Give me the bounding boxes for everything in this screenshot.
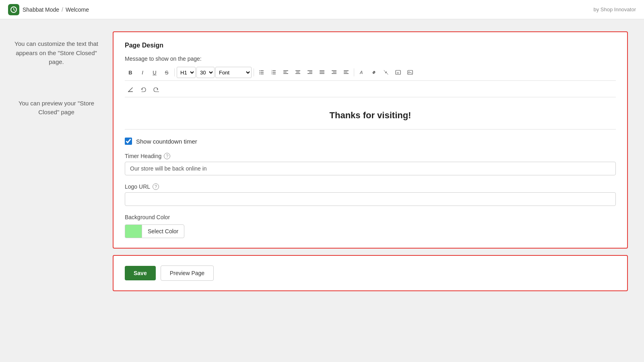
instruction-block-1: You can customize the text that appears …	[12, 39, 101, 67]
logo-url-label: Logo URL ?	[125, 183, 616, 190]
breadcrumb: Shabbat Mode / Welcome	[23, 6, 89, 13]
svg-rect-24	[320, 73, 324, 74]
svg-rect-13	[283, 70, 288, 71]
timer-heading-help-icon[interactable]: ?	[164, 153, 170, 159]
countdown-checkbox[interactable]	[125, 138, 132, 145]
action-panel: Save Preview Page	[113, 255, 628, 291]
justify-button[interactable]	[316, 67, 328, 78]
svg-text:⊞: ⊞	[397, 72, 399, 74]
svg-rect-37	[128, 91, 133, 92]
image-button[interactable]	[405, 67, 416, 78]
timer-heading-group: Timer Heading ?	[125, 153, 616, 175]
content-area: Page Design Message to show on the page:…	[113, 31, 644, 350]
logo-url-group: Logo URL ?	[125, 183, 616, 206]
select-color-button[interactable]: Select Color	[142, 224, 184, 238]
svg-rect-15	[283, 73, 288, 74]
main-layout: You can customize the text that appears …	[0, 19, 644, 362]
toolbar-divider-2	[254, 68, 254, 76]
svg-point-36	[409, 72, 410, 72]
breadcrumb-page: Welcome	[66, 6, 89, 13]
editor-area[interactable]: Thanks for visiting!	[125, 101, 616, 130]
svg-rect-29	[344, 72, 347, 73]
svg-rect-20	[309, 72, 312, 73]
message-label: Message to show on the page:	[125, 56, 616, 62]
svg-rect-8	[272, 72, 276, 73]
svg-rect-3	[260, 74, 264, 74]
text-color-button[interactable]: A	[356, 67, 367, 78]
svg-rect-18	[295, 73, 300, 74]
breadcrumb-separator: /	[62, 6, 63, 13]
countdown-checkbox-row: Show countdown timer	[125, 138, 616, 145]
svg-point-4	[259, 70, 260, 71]
svg-rect-30	[344, 73, 349, 74]
align-right-button[interactable]	[304, 67, 316, 78]
svg-rect-14	[283, 72, 287, 73]
breadcrumb-app[interactable]: Shabbat Mode	[23, 6, 59, 13]
preview-page-button[interactable]: Preview Page	[161, 265, 214, 281]
toolbar-divider-1	[174, 68, 175, 76]
font-select[interactable]: Font Arial Georgia Helvetica	[215, 67, 252, 78]
svg-text:A: A	[359, 70, 363, 75]
unlink-button[interactable]	[380, 67, 392, 78]
heading-select[interactable]: H1 H2 H3 P	[177, 67, 196, 78]
app-logo-icon	[8, 4, 19, 15]
color-swatch[interactable]	[125, 224, 142, 238]
color-btn-row: Select Color	[125, 224, 616, 238]
outdent-button[interactable]	[341, 67, 352, 78]
embed-button[interactable]: ⊞	[392, 67, 404, 78]
toolbar-row-1: B I U S H1 H2 H3 P 30 12 14 18 24 36	[125, 64, 616, 81]
svg-rect-19	[308, 70, 312, 71]
editor-content: Thanks for visiting!	[330, 110, 411, 121]
fontsize-select[interactable]: 30 12 14 18 24 36	[196, 67, 215, 78]
save-button[interactable]: Save	[125, 266, 156, 280]
unordered-list-button[interactable]	[256, 67, 267, 78]
logo-url-help-icon[interactable]: ?	[153, 183, 159, 190]
link-button[interactable]	[368, 67, 380, 78]
svg-rect-16	[295, 70, 300, 71]
toolbar-divider-3	[354, 68, 354, 76]
bg-color-label: Background Color	[125, 214, 616, 220]
background-color-section: Background Color Select Color	[125, 214, 616, 238]
panel-title: Page Design	[125, 42, 616, 49]
svg-rect-1	[260, 70, 264, 71]
redo-button[interactable]	[151, 84, 162, 95]
svg-rect-17	[296, 72, 299, 73]
svg-rect-21	[308, 73, 312, 74]
svg-line-32	[384, 70, 388, 74]
svg-rect-9	[272, 74, 276, 74]
svg-text:3: 3	[271, 73, 272, 75]
countdown-label: Show countdown timer	[136, 138, 197, 145]
instruction-block-2: You can preview your "Store Closed" page	[12, 99, 101, 117]
svg-rect-2	[260, 72, 264, 73]
svg-point-5	[259, 72, 260, 73]
svg-rect-7	[272, 70, 276, 71]
toolbar-row-2	[125, 82, 616, 97]
underline-button[interactable]: U	[149, 67, 160, 78]
italic-button[interactable]: I	[137, 67, 148, 78]
svg-rect-25	[332, 70, 336, 71]
undo-button[interactable]	[138, 84, 149, 95]
clear-format-button[interactable]	[125, 84, 136, 95]
indent-button[interactable]	[328, 67, 340, 78]
timer-heading-input[interactable]	[125, 162, 616, 175]
header-byline: by Shop Innovator	[593, 6, 636, 12]
logo-url-input[interactable]	[125, 192, 616, 206]
svg-rect-22	[320, 70, 324, 71]
svg-rect-28	[344, 70, 349, 71]
svg-rect-27	[332, 73, 336, 74]
bold-button[interactable]: B	[125, 67, 136, 78]
svg-point-6	[259, 74, 260, 74]
align-left-button[interactable]	[280, 67, 291, 78]
left-instructions: You can customize the text that appears …	[0, 31, 113, 350]
align-center-button[interactable]	[292, 67, 303, 78]
page-design-panel: Page Design Message to show on the page:…	[113, 31, 628, 249]
strikethrough-button[interactable]: S	[161, 67, 172, 78]
app-header: Shabbat Mode / Welcome by Shop Innovator	[0, 0, 644, 19]
svg-rect-23	[320, 72, 324, 73]
ordered-list-button[interactable]: 123	[268, 67, 279, 78]
svg-rect-26	[333, 72, 336, 73]
timer-heading-label: Timer Heading ?	[125, 153, 616, 159]
header-left: Shabbat Mode / Welcome	[8, 4, 89, 15]
